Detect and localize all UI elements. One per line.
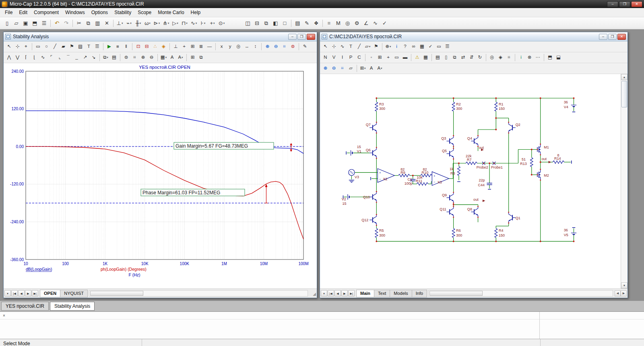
zoom-in-cursor-button[interactable]: ⊕	[139, 54, 147, 62]
close-child-button[interactable]: ✕	[617, 34, 626, 40]
schematic-label[interactable]: V5	[564, 233, 568, 237]
schematic-label[interactable]: 300	[456, 107, 462, 111]
info-mode-button[interactable]: i	[392, 43, 401, 51]
print-button[interactable]: ☰	[39, 19, 49, 28]
node-marker-component-dropdown-icon[interactable]: ▾	[213, 22, 215, 25]
region-enable-button[interactable]: ▦	[418, 43, 426, 51]
node-numbers-button[interactable]: N	[321, 54, 330, 62]
schematic-label[interactable]: M2	[544, 173, 549, 177]
maximize-window-button[interactable]: ❐	[619, 1, 630, 7]
tab-list-button[interactable]: ▾	[321, 290, 327, 297]
high-tag-button[interactable]: ⌈	[22, 54, 30, 62]
part-vsrc[interactable]	[349, 169, 355, 175]
part-res_v[interactable]	[375, 229, 378, 238]
restore-limit-scale-button[interactable]: ⊟	[142, 43, 151, 51]
select-mode-button[interactable]: ↖	[321, 43, 330, 51]
schematic-label[interactable]: Q4	[467, 136, 472, 140]
schematic-label[interactable]: Q8	[467, 207, 472, 211]
stop-button[interactable]: ■	[114, 43, 122, 51]
schematic-label[interactable]: Q9	[442, 193, 447, 197]
pulse-source-component-dropdown-icon[interactable]: ▾	[186, 22, 188, 25]
menu-component[interactable]: Component	[31, 8, 62, 16]
diagonal-wire-mode-button[interactable]: ╱	[355, 43, 363, 51]
grid-select-button[interactable]: ⊞▾	[359, 64, 367, 73]
part-bjt[interactable]	[369, 148, 377, 159]
schematic-label[interactable]: Q11	[440, 207, 446, 211]
diode-component-button[interactable]: ⊳▾	[152, 19, 161, 28]
schematic-label[interactable]: 51	[522, 157, 526, 161]
probe-component-button[interactable]: ⊙▾	[217, 19, 226, 28]
capacitor-component-dropdown-icon[interactable]: ▾	[140, 22, 141, 25]
part-bjt[interactable]	[508, 122, 516, 133]
find-next-button[interactable]: ◈	[496, 54, 505, 62]
component-mode-dropdown-icon[interactable]: ▾	[390, 45, 391, 48]
zoom-area-button[interactable]: ⌗	[338, 64, 347, 73]
node-voltages-button[interactable]: V	[330, 54, 338, 62]
page-tabs-button[interactable]: ⧉	[450, 54, 459, 62]
color-settings-dropdown-icon[interactable]: ▾	[381, 67, 382, 70]
cursor-align-button[interactable]: ⌗	[130, 54, 139, 62]
tab-nyquist[interactable]: NYQUIST	[60, 290, 88, 297]
schematic-hscroll-thumb[interactable]	[429, 291, 483, 296]
schematic-horizontal-scrollbar[interactable]	[428, 290, 613, 297]
schematic-label[interactable]: R8	[450, 171, 455, 175]
schematic-label[interactable]: R1	[499, 102, 504, 106]
font-settings-button[interactable]: A	[168, 54, 176, 62]
low-tag-button[interactable]: ⌊	[30, 54, 39, 62]
shape-editor-button[interactable]: ✎	[302, 19, 312, 28]
npn-component-dropdown-icon[interactable]: ▾	[168, 22, 169, 25]
scroll-right-button[interactable]: ▶	[621, 290, 627, 297]
step-box-button[interactable]: ⌗	[505, 54, 513, 62]
tab-list-button[interactable]: ▾	[4, 290, 11, 297]
schematic-label[interactable]: Q6	[366, 148, 371, 152]
run-button[interactable]: ▶	[105, 43, 114, 51]
graphics-menu-button[interactable]: ▱▾	[363, 43, 372, 51]
zoom-out-button[interactable]: ⊖	[330, 64, 338, 73]
schematic-label[interactable]: 1k	[450, 167, 454, 171]
menu-scope[interactable]: Scope	[134, 8, 155, 16]
component-mode-button[interactable]: ⊕▾	[384, 43, 392, 51]
find-part-button[interactable]: ◎	[488, 54, 496, 62]
scope-tool-button[interactable]: ∿	[371, 19, 380, 28]
calculator-button[interactable]: ⌗	[324, 19, 334, 28]
schematic-label[interactable]: Q7	[366, 123, 371, 127]
pulse-source-component-button[interactable]: ⊓▾	[180, 19, 189, 28]
vscroll-thumb[interactable]	[621, 81, 627, 107]
pin-connections-button[interactable]: ◦	[367, 54, 376, 62]
schematic-label[interactable]: V2	[342, 197, 346, 201]
resize-grip[interactable]: ◢	[310, 290, 316, 296]
inductor-component-dropdown-icon[interactable]: ▾	[149, 22, 151, 25]
part-bjt[interactable]	[471, 206, 478, 217]
bring-to-front-button[interactable]: ⬒	[546, 54, 554, 62]
schematic-label[interactable]: Q5	[442, 149, 447, 153]
redo-button[interactable]: ↷	[62, 19, 71, 28]
fall-measure-button[interactable]: ↘	[89, 54, 98, 62]
schematic-label[interactable]: out	[479, 146, 484, 150]
line-tool-button[interactable]: ╱	[51, 43, 59, 51]
paste-button[interactable]: ▥	[93, 19, 102, 28]
rise-measure-button[interactable]: ↗	[81, 54, 89, 62]
pause-button[interactable]: ‖	[122, 43, 130, 51]
color-settings-button[interactable]: A▾	[376, 64, 384, 73]
schematic-label[interactable]: R13	[520, 162, 527, 166]
part-bat_v[interactable]	[571, 233, 576, 235]
inflection-tag-button[interactable]: ∿	[39, 54, 47, 62]
inductor-component-button[interactable]: ω▾	[143, 19, 152, 28]
border-display-button[interactable]: ▭	[392, 54, 401, 62]
vertical-flip-button[interactable]: ⇵	[467, 54, 476, 62]
minimize-window-button[interactable]: –	[607, 1, 618, 7]
schematic-label[interactable]: 300	[379, 107, 385, 111]
menu-stability[interactable]: Stability	[111, 8, 134, 16]
tile-horizontal-button[interactable]: ⊟	[252, 19, 262, 28]
title-block-display-button[interactable]: ▬	[401, 54, 409, 62]
zoom-out-button[interactable]: ⊖	[272, 43, 280, 51]
menu-edit[interactable]: Edit	[16, 8, 31, 16]
tag-point-button[interactable]: ◎	[234, 43, 243, 51]
schematic-label[interactable]: 300	[456, 233, 462, 237]
pan-mode-button[interactable]: ⊹	[330, 43, 338, 51]
ground-component-dropdown-icon[interactable]: ▾	[122, 22, 123, 25]
color-settings-dropdown-icon[interactable]: ▾	[182, 56, 183, 59]
schematic-label[interactable]: M1	[544, 145, 549, 149]
grid-display-button[interactable]: ▦	[421, 54, 430, 62]
crosshair-button[interactable]: +	[384, 54, 392, 62]
